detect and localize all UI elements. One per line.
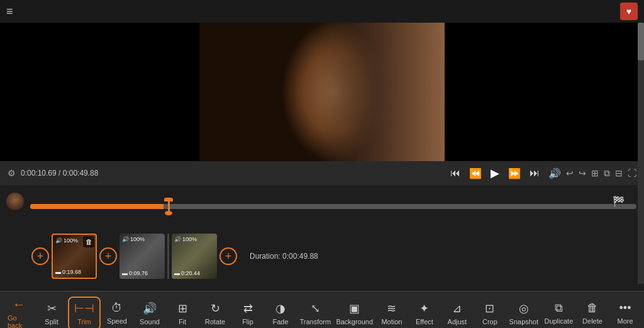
add-clip-before-button[interactable]: +	[31, 247, 49, 265]
hamburger-icon[interactable]: ≡	[6, 5, 13, 18]
toolbar-sound[interactable]: 🔊 Sound	[133, 298, 166, 329]
video-preview	[0, 23, 644, 161]
right-scrollbar[interactable]	[638, 23, 644, 284]
volume-icon-3: 🔊	[174, 236, 181, 242]
sound-icon: 🔊	[143, 302, 157, 315]
playback-controls: ⏮ ⏪ ▶ ⏩ ⏭ 🔊	[450, 166, 561, 180]
clip-item-1[interactable]: 🗑 🔊 100% ▬ 0:19.68	[52, 234, 97, 279]
grid-button[interactable]: ⊞	[591, 168, 599, 178]
clip-duration-icon-3: ▬	[174, 270, 180, 276]
motion-icon: ≋	[387, 302, 396, 315]
clips-area: ⊢ Trim slider ⊣ Trim from the start Ctrl…	[0, 222, 644, 291]
clip-duration-1: ▬ 0:19.68	[55, 269, 81, 275]
toolbar-delete[interactable]: 🗑 Delete	[576, 298, 609, 328]
toolbar-fit[interactable]: ⊞ Fit	[166, 298, 199, 329]
motion-label: Motion	[381, 318, 402, 325]
clip-duration-icon-2: ▬	[122, 270, 128, 276]
layout-button[interactable]: ⊟	[615, 168, 623, 178]
toolbar-more[interactable]: ••• More	[609, 298, 641, 328]
clip-item-2[interactable]: 🔊 100% ▬ 0:09.76	[119, 234, 165, 279]
play-button[interactable]: ▶	[491, 166, 499, 180]
toolbar-flip[interactable]: ⇄ Flip	[231, 298, 264, 329]
toolbar-snapshot[interactable]: ◎ Snapshot	[506, 298, 541, 329]
toolbar-crop[interactable]: ⊡ Crop	[474, 298, 506, 329]
toolbar-motion[interactable]: ≋ Motion	[375, 298, 408, 329]
effect-label: Effect	[416, 318, 433, 325]
delete-label: Delete	[582, 317, 602, 325]
avatar-image	[6, 193, 24, 210]
timeline-progress	[30, 204, 164, 209]
clip-separator	[167, 234, 169, 279]
fade-icon: ◑	[275, 302, 286, 315]
volume-icon-2: 🔊	[122, 236, 129, 242]
snapshot-label: Snapshot	[509, 318, 538, 325]
skip-end-button[interactable]: ⏭	[530, 167, 540, 179]
toolbar-fade[interactable]: ◑ Fade	[264, 298, 297, 329]
snapshot-icon: ◎	[519, 302, 529, 315]
toolbar-background[interactable]: ▣ Background	[334, 298, 375, 329]
clip-volume-3: 🔊 100%	[174, 236, 197, 242]
clip-duration-icon-1: ▬	[55, 269, 61, 275]
toolbar-effect[interactable]: ✦ Effect	[408, 298, 441, 329]
duplicate-icon: ⧉	[555, 302, 563, 315]
timeline-area: 🏁	[0, 185, 644, 222]
rotate-label: Rotate	[205, 318, 225, 325]
fit-label: Fit	[179, 318, 186, 325]
adjust-icon: ⊿	[452, 302, 462, 315]
effect-icon: ✦	[419, 302, 429, 315]
speed-label: Speed	[107, 317, 127, 325]
timeline-handle[interactable]	[164, 198, 174, 215]
toolbar-duplicate[interactable]: ⧉ Duplicate	[541, 298, 576, 328]
clip-item-3[interactable]: 🔊 100% ▬ 0:20.44	[172, 234, 217, 279]
fit-icon: ⊞	[178, 302, 187, 315]
clip-volume-1: 🔊 100%	[55, 237, 78, 244]
toolbar-transform[interactable]: ⤡ Transform	[297, 298, 334, 329]
add-clip-middle-button[interactable]: +	[99, 247, 117, 265]
trim-label: Trim	[77, 318, 91, 325]
skip-start-button[interactable]: ⏮	[450, 167, 460, 179]
flip-icon: ⇄	[243, 302, 253, 315]
toolbar-speed[interactable]: ⏱ Speed	[101, 298, 133, 328]
add-clip-after-button[interactable]: +	[219, 247, 237, 265]
speed-icon: ⏱	[111, 302, 123, 315]
fullscreen-button[interactable]: ⛶	[628, 168, 636, 178]
transform-icon: ⤡	[311, 302, 320, 315]
delete-icon: 🗑	[587, 302, 598, 315]
right-controls: ↩ ↪ ⊞ ⧉ ⊟ ⛶	[566, 168, 636, 179]
handle-circle	[165, 211, 172, 215]
toolbar-rotate[interactable]: ↻ Rotate	[199, 298, 231, 329]
trim-icon: ⊢⊣	[74, 302, 94, 315]
rotate-icon: ↻	[211, 302, 220, 315]
sound-label: Sound	[140, 318, 160, 325]
step-back-button[interactable]: ⏪	[469, 167, 482, 179]
toolbar-trim[interactable]: ⊢⊣ Trim	[68, 297, 101, 329]
clip-duration-2: ▬ 0:09.76	[122, 270, 148, 276]
top-bar: ≡ ♥	[0, 0, 644, 23]
toolbar-adjust[interactable]: ⊿ Adjust	[441, 298, 474, 329]
toolbar-split[interactable]: ✂ Split	[35, 298, 68, 329]
step-forward-button[interactable]: ⏩	[508, 167, 521, 179]
controls-bar: ⚙ 0:00:10.69 / 0:00:49.88 ⏮ ⏪ ▶ ⏩ ⏭ 🔊 ↩ …	[0, 161, 644, 185]
redo-button[interactable]: ↪	[579, 168, 586, 178]
flip-label: Flip	[242, 318, 253, 325]
bottom-toolbar: ← Go back ✂ Split ⊢⊣ Trim ⏱ Speed 🔊 Soun…	[0, 291, 644, 328]
clip-delete-icon-1[interactable]: 🗑	[83, 236, 94, 247]
clip-volume-2: 🔊 100%	[122, 236, 145, 242]
copy-button[interactable]: ⧉	[604, 168, 610, 179]
go-back-button[interactable]: ← Go back	[3, 293, 35, 328]
video-overlay	[319, 23, 445, 161]
timeline-track[interactable]	[30, 204, 636, 209]
more-label: More	[617, 317, 633, 325]
settings-icon[interactable]: ⚙	[8, 168, 16, 178]
volume-button[interactable]: 🔊	[548, 167, 561, 179]
handle-top	[164, 198, 173, 201]
scrollbar-thumb[interactable]	[638, 23, 644, 60]
go-back-icon: ←	[13, 297, 25, 312]
transform-label: Transform	[299, 318, 331, 325]
feedback-button[interactable]: ♥	[620, 3, 638, 20]
video-frame	[199, 23, 445, 161]
more-icon: •••	[619, 302, 631, 315]
undo-button[interactable]: ↩	[566, 168, 574, 178]
fade-label: Fade	[272, 318, 288, 325]
adjust-label: Adjust	[448, 318, 467, 325]
